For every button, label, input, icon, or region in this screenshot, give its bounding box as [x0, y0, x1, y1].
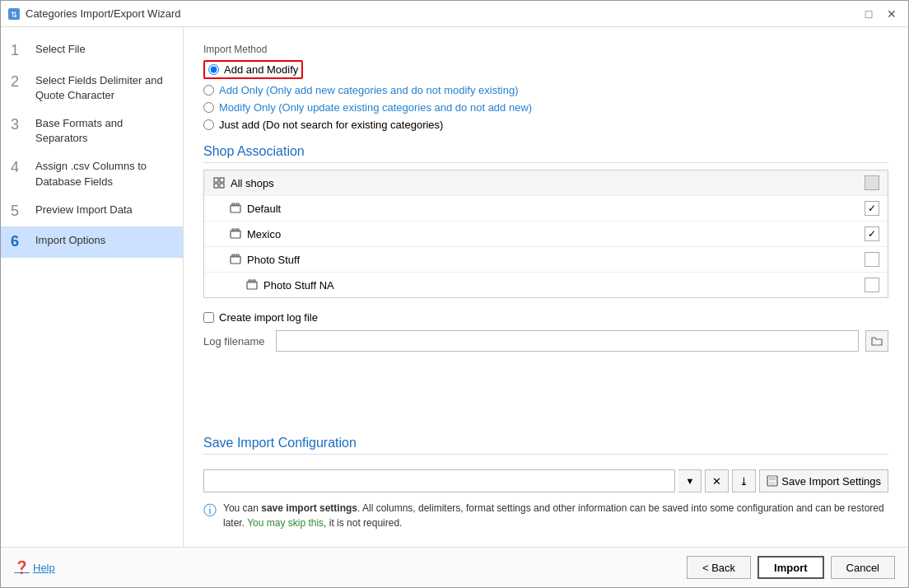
- step-number-4: 4: [11, 159, 27, 177]
- save-config-row: ▼ ✕ ⤓ Save Import Settings: [203, 469, 888, 492]
- sidebar-item-2[interactable]: 2 Select Fields Delimiter and Quote Char…: [1, 67, 183, 110]
- photo-stuff-shop-icon: [229, 253, 242, 266]
- shop-association-title: Shop Association: [203, 144, 888, 163]
- shop-row-default: Default ✓: [204, 196, 888, 222]
- shop-checkbox-mexico[interactable]: ✓: [865, 226, 879, 241]
- config-dropdown-arrow[interactable]: ▼: [678, 469, 702, 492]
- shop-name-photo-stuff-na: Photo Stuff NA: [263, 279, 860, 292]
- info-green-text: You may skip this: [247, 517, 324, 529]
- sidebar-item-1[interactable]: 1 Select File: [1, 35, 183, 67]
- shop-checkbox-photo-stuff-na[interactable]: [865, 278, 879, 292]
- shop-row-photo-stuff: Photo Stuff: [204, 247, 888, 273]
- step-label-5: Preview Import Data: [35, 203, 133, 217]
- main-window: ⇅ Categories Import/Export Wizard □ ✕ 1 …: [0, 0, 909, 588]
- sidebar: 1 Select File 2 Select Fields Delimiter …: [1, 27, 184, 547]
- step-number-3: 3: [11, 116, 27, 134]
- sidebar-item-6[interactable]: 6 Import Options: [1, 226, 183, 258]
- save-config-title: Save Import Configuration: [203, 436, 888, 455]
- cancel-button[interactable]: Cancel: [831, 556, 895, 579]
- log-browse-button[interactable]: [865, 330, 888, 352]
- shop-row-photo-stuff-na: Photo Stuff NA: [204, 273, 888, 297]
- info-text-part3: , it is not required.: [324, 517, 402, 529]
- svg-rect-19: [769, 476, 776, 480]
- info-icon: ⓘ: [203, 501, 217, 520]
- radio-just-add-input[interactable]: [203, 119, 214, 130]
- save-icon: [767, 475, 778, 487]
- radio-just-add-label: Just add (Do not search for existing cat…: [219, 119, 443, 131]
- download-config-button[interactable]: ⤓: [732, 469, 756, 492]
- log-filename-input[interactable]: [276, 330, 859, 352]
- step-number-2: 2: [11, 73, 27, 91]
- radio-selected-box: Add and Modify: [203, 60, 303, 79]
- help-icon: ❓: [14, 560, 30, 575]
- shop-name-photo-stuff: Photo Stuff: [247, 254, 860, 266]
- info-text-part1: You can: [223, 502, 261, 514]
- step-label-4: Assign .csv Columns to Database Fields: [35, 159, 173, 189]
- shop-table: All shops Default ✓: [203, 170, 888, 298]
- log-checkbox-row: Create import log file: [203, 311, 888, 324]
- radio-group: Add and Modify Add Only (Only add new ca…: [203, 60, 888, 131]
- shop-association-section: Shop Association All shops: [203, 144, 888, 298]
- radio-modify-only-label: Modify Only (Only update existing catego…: [219, 101, 532, 114]
- photo-stuff-na-shop-icon: [245, 278, 259, 292]
- log-filename-row: Log filename: [203, 330, 888, 352]
- step-number-6: 6: [11, 233, 27, 251]
- step-label-6: Import Options: [35, 233, 105, 248]
- radio-modify-only[interactable]: Modify Only (Only update existing catego…: [203, 101, 888, 114]
- save-config-label: Save Import Settings: [781, 475, 881, 488]
- shop-checkbox-all[interactable]: [865, 175, 879, 190]
- close-button[interactable]: ✕: [882, 4, 902, 24]
- svg-rect-3: [220, 178, 224, 182]
- sidebar-item-5[interactable]: 5 Preview Import Data: [1, 196, 183, 227]
- help-link[interactable]: ❓ Help: [14, 560, 55, 575]
- info-text: You can save import settings. All column…: [223, 501, 888, 530]
- save-config-section: Save Import Configuration ▼ ✕ ⤓ Save Imp…: [203, 436, 888, 530]
- info-bold-text: save import settings: [261, 502, 357, 514]
- window-title: Categories Import/Export Wizard: [26, 7, 854, 20]
- sidebar-item-3[interactable]: 3 Base Formats and Separators: [1, 110, 183, 152]
- shop-checkbox-photo-stuff[interactable]: [865, 252, 879, 267]
- radio-add-modify[interactable]: Add and Modify: [203, 60, 888, 79]
- all-shops-icon: [212, 176, 226, 189]
- svg-rect-4: [214, 184, 218, 188]
- svg-text:⇅: ⇅: [11, 10, 17, 19]
- log-checkbox-label: Create import log file: [219, 311, 318, 324]
- window-controls: □ ✕: [859, 4, 902, 24]
- config-name-input[interactable]: [203, 469, 675, 492]
- shop-row-mexico: Mexico ✓: [204, 222, 888, 247]
- import-method-section: Import Method Add and Modify Add Only (O…: [203, 44, 888, 131]
- shop-name-all: All shops: [231, 177, 860, 189]
- main-content: Import Method Add and Modify Add Only (O…: [184, 27, 908, 547]
- step-label-3: Base Formats and Separators: [35, 116, 173, 146]
- title-bar: ⇅ Categories Import/Export Wizard □ ✕: [1, 1, 908, 27]
- svg-rect-2: [214, 178, 218, 182]
- sidebar-item-4[interactable]: 4 Assign .csv Columns to Database Fields: [1, 152, 183, 195]
- back-button[interactable]: < Back: [687, 556, 751, 579]
- shop-checkbox-default[interactable]: ✓: [865, 201, 879, 216]
- step-number-5: 5: [11, 203, 27, 221]
- content-area: 1 Select File 2 Select Fields Delimiter …: [1, 27, 908, 547]
- info-box: ⓘ You can save import settings. All colu…: [203, 501, 888, 530]
- radio-just-add[interactable]: Just add (Do not search for existing cat…: [203, 119, 888, 131]
- footer-buttons: < Back Import Cancel: [687, 556, 895, 579]
- save-config-button[interactable]: Save Import Settings: [759, 469, 888, 492]
- help-label: Help: [33, 562, 55, 574]
- app-icon: ⇅: [7, 7, 21, 21]
- radio-add-modify-label: Add and Modify: [224, 63, 298, 76]
- radio-add-only-input[interactable]: [203, 85, 214, 96]
- radio-add-only[interactable]: Add Only (Only add new categories and do…: [203, 84, 888, 96]
- import-method-label: Import Method: [203, 44, 888, 55]
- default-shop-icon: [229, 202, 242, 215]
- shop-name-mexico: Mexico: [247, 228, 860, 240]
- step-number-1: 1: [11, 42, 27, 60]
- restore-button[interactable]: □: [859, 4, 879, 24]
- step-label-2: Select Fields Delimiter and Quote Charac…: [35, 73, 173, 103]
- shop-row-all: All shops: [204, 170, 888, 196]
- log-section: Create import log file Log filename: [203, 311, 888, 352]
- log-checkbox[interactable]: [203, 312, 214, 323]
- import-button[interactable]: Import: [758, 556, 823, 579]
- radio-modify-only-input[interactable]: [203, 102, 214, 113]
- radio-add-modify-input[interactable]: [208, 64, 219, 75]
- svg-rect-20: [769, 482, 776, 485]
- clear-config-button[interactable]: ✕: [705, 469, 729, 492]
